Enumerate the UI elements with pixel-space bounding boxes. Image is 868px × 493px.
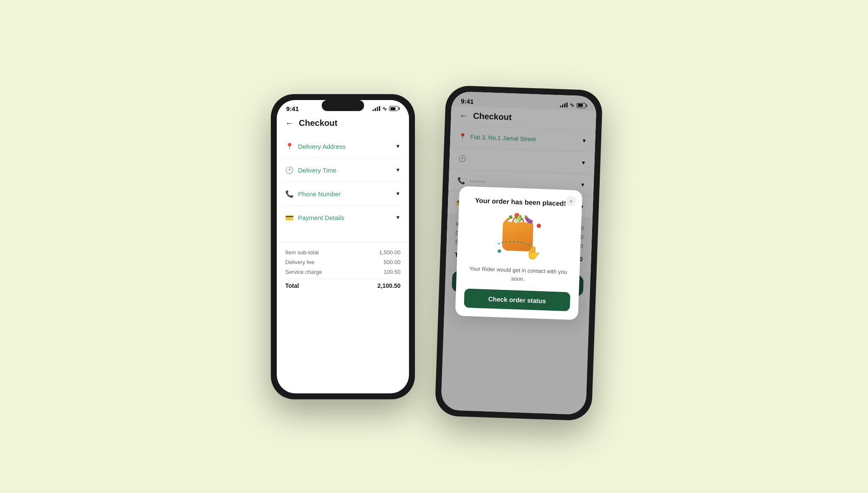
order-summary: Item sub-total 1,500.00 Delivery fee 500… bbox=[277, 242, 409, 299]
order-illustration: 📍 🥕🥬🍆 🤚 bbox=[493, 212, 546, 260]
checkout-rows: 📍 Delivery Address ▼ 🕐 Delivery Time ▼ 📞 bbox=[277, 135, 409, 229]
chevron-down-icon: ▼ bbox=[395, 143, 401, 149]
total-value: 2,100.50 bbox=[378, 282, 401, 289]
location-icon: 📍 bbox=[285, 142, 294, 150]
payment-details-row[interactable]: 💳 Payment Details ▼ bbox=[284, 206, 402, 229]
back-button[interactable]: ← bbox=[285, 118, 294, 128]
order-placed-modal: × Your order has been placed! 📍 bbox=[455, 186, 583, 320]
summary-row-subtotal: Item sub-total 1,500.00 bbox=[285, 249, 401, 256]
wifi-icon: ∿ bbox=[382, 106, 387, 112]
phone-1: 9:41 ∿ ← Checkout bbox=[271, 94, 415, 399]
clock-icon: 🕐 bbox=[285, 166, 294, 174]
sparkle-dot-red bbox=[537, 223, 541, 228]
subtotal-label: Item sub-total bbox=[285, 249, 319, 256]
phone-icon: 📞 bbox=[285, 190, 294, 198]
status-time: 9:41 bbox=[286, 105, 299, 112]
phone-2-screen: 9:41 ∿ ← Checkout bbox=[441, 91, 597, 415]
phone-1-screen: 9:41 ∿ ← Checkout bbox=[277, 100, 409, 393]
delivery-label: Delivery fee bbox=[285, 259, 314, 265]
order-placed-modal-overlay: × Your order has been placed! 📍 bbox=[441, 91, 597, 415]
phone-2: 9:41 ∿ ← Checkout bbox=[435, 85, 603, 421]
delivery-address-row[interactable]: 📍 Delivery Address ▼ bbox=[284, 135, 402, 159]
delivery-time-label: Delivery Time bbox=[298, 167, 337, 174]
signal-icon bbox=[373, 106, 380, 111]
phone-number-row[interactable]: 📞 Phone Number ▼ bbox=[284, 182, 402, 206]
dynamic-island bbox=[322, 100, 364, 111]
chevron-down-icon: ▼ bbox=[395, 191, 401, 197]
summary-row-total: Total 2,100.50 bbox=[285, 279, 401, 289]
payment-details-label: Payment Details bbox=[298, 214, 344, 221]
battery-icon bbox=[389, 106, 400, 111]
service-label: Service charge bbox=[285, 269, 322, 275]
motion-lines bbox=[493, 233, 549, 252]
page-title: Checkout bbox=[299, 118, 337, 128]
phone-number-label: Phone Number bbox=[298, 190, 341, 198]
sparkle-dot-green bbox=[498, 249, 501, 253]
scene: 9:41 ∿ ← Checkout bbox=[271, 75, 597, 418]
app-header: ← Checkout bbox=[277, 114, 409, 135]
delivery-address-label: Delivery Address bbox=[298, 143, 346, 150]
modal-subtitle: Your Rider would get in contact with you… bbox=[465, 264, 571, 284]
modal-title: Your order has been placed! bbox=[467, 196, 573, 208]
chevron-down-icon: ▼ bbox=[395, 214, 401, 220]
total-label: Total bbox=[285, 282, 299, 289]
veggie-items: 🥕🥬🍆 bbox=[503, 214, 533, 224]
summary-row-delivery: Delivery fee 500.00 bbox=[285, 259, 401, 265]
modal-close-button[interactable]: × bbox=[566, 195, 576, 206]
card-icon: 💳 bbox=[285, 214, 294, 222]
status-icons: ∿ bbox=[373, 106, 400, 112]
check-order-status-button[interactable]: Check order status bbox=[464, 288, 570, 311]
chevron-down-icon: ▼ bbox=[395, 167, 401, 173]
delivery-value: 500.00 bbox=[384, 259, 401, 265]
service-value: 100.50 bbox=[384, 269, 401, 275]
subtotal-value: 1,500.00 bbox=[379, 249, 401, 256]
delivery-time-row[interactable]: 🕐 Delivery Time ▼ bbox=[284, 159, 402, 182]
summary-row-service: Service charge 100.50 bbox=[285, 269, 401, 275]
